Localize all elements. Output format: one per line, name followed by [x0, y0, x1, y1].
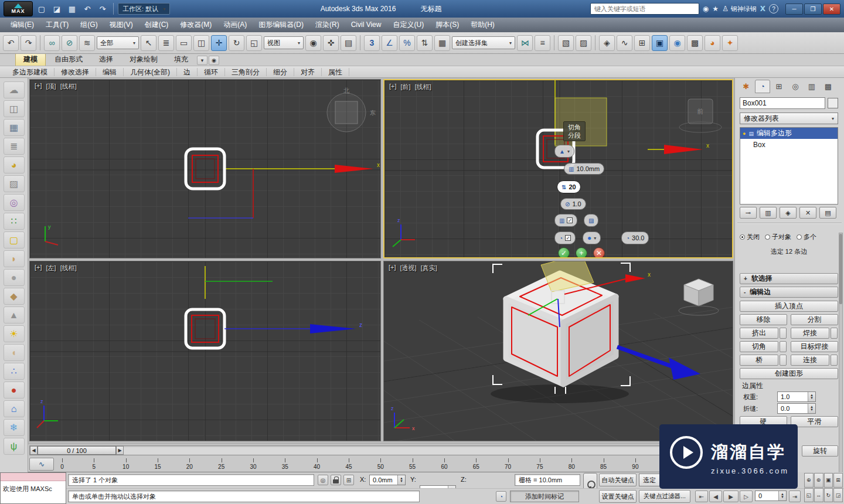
split-button[interactable]: 分割: [791, 314, 838, 325]
caddy-smooth-toggle[interactable]: ◔ ✓: [554, 231, 576, 244]
select-and-manipulate-button[interactable]: ✜: [323, 35, 339, 51]
tab-motion[interactable]: ◎: [788, 80, 803, 93]
caddy-open-toggle[interactable]: ▥ ✓: [554, 214, 577, 227]
viewport-menu-general[interactable]: [+]: [389, 83, 397, 91]
crease-spinner[interactable]: 0.0 ▲▼: [777, 403, 816, 414]
viewport-left[interactable]: [+] [左] [线框] z z: [29, 261, 381, 441]
viewport-perspective[interactable]: [+] [透视] [真实]: [383, 261, 733, 441]
panel-scrollbar-thumb[interactable]: [839, 234, 842, 304]
ribbon-panel-subdivision[interactable]: 细分: [267, 68, 294, 76]
rendered-frame-window-button[interactable]: ▣: [652, 35, 668, 51]
zoom-region-button[interactable]: ◱: [804, 488, 814, 503]
panel-splitter[interactable]: [737, 223, 842, 224]
remove-button[interactable]: 移除: [740, 314, 787, 325]
maxscript-mini-listener[interactable]: 欢迎使用 MAXSc: [0, 472, 66, 504]
preview-off-radio[interactable]: 关闭: [740, 233, 760, 241]
tab-modify[interactable]: ◔: [755, 80, 770, 93]
named-selection-set-dropdown[interactable]: 创建选择集 ▾: [452, 36, 515, 49]
ribbon-minimize-icon[interactable]: ▾: [197, 56, 207, 65]
zoom-button[interactable]: ⊕: [804, 473, 814, 488]
spinner-arrows-icon[interactable]: ▲▼: [808, 392, 815, 401]
make-unique-button[interactable]: ◈: [780, 207, 797, 219]
caddy-tension-spinner[interactable]: ⊘ 1.0: [560, 198, 586, 210]
ribbon-panel-geometry-all[interactable]: 几何体(全部): [124, 68, 177, 76]
pin-stack-button[interactable]: ⊸: [740, 207, 757, 219]
ribbon-tab-modeling[interactable]: 建模: [15, 53, 46, 66]
object-color-swatch[interactable]: [828, 98, 838, 108]
viewport-menu-view[interactable]: [顶]: [46, 82, 56, 91]
bind-to-space-warp-button[interactable]: ≋: [79, 35, 95, 51]
connect-settings-button[interactable]: [831, 355, 838, 366]
close-button[interactable]: ✕: [823, 4, 840, 15]
panel-scrollbar[interactable]: [839, 233, 843, 479]
render-setup-button[interactable]: ▩: [687, 35, 703, 51]
left-tool-icon-18[interactable]: ⌂: [4, 400, 25, 417]
chamfer-button[interactable]: 切角: [740, 341, 778, 352]
ribbon-panel-polygon-modeling[interactable]: 多边形建模: [6, 68, 55, 76]
graphite-ribbon-toggle[interactable]: ◈: [599, 35, 615, 51]
current-time-field[interactable]: 0 ▲▼: [755, 491, 787, 501]
caddy-ok-button[interactable]: ✓: [558, 247, 570, 258]
left-tool-icon-8[interactable]: ∷: [4, 213, 25, 230]
rollout-soft-selection[interactable]: + 软选择: [740, 273, 838, 284]
viewport-menu-general[interactable]: [+]: [389, 264, 396, 273]
caddy-apply-button[interactable]: +: [576, 247, 587, 258]
viewport-menu-view[interactable]: [前]: [401, 83, 411, 91]
caddy-threshold-spinner[interactable]: ◔ 30.0: [621, 231, 649, 244]
modifier-list-dropdown[interactable]: 修改器列表 ▾: [740, 113, 838, 124]
viewport-front[interactable]: [+] [前] [线框] x 前 z: [383, 79, 733, 258]
tab-display[interactable]: ▥: [804, 80, 819, 93]
open-file-icon[interactable]: ◪: [50, 2, 63, 15]
viewport-menu-shading[interactable]: [线框]: [60, 82, 77, 91]
go-to-end-button[interactable]: ⇥: [789, 491, 801, 502]
left-tool-icon-16[interactable]: ∴: [4, 363, 25, 380]
key-filters-button[interactable]: 关键点过滤器...: [639, 490, 690, 503]
ribbon-tab-object-paint[interactable]: 对象绘制: [122, 53, 165, 66]
viewport-perspective-canvas[interactable]: x z x: [384, 261, 733, 441]
turn-button[interactable]: 旋转: [802, 445, 838, 457]
viewport-menu-general[interactable]: [+]: [35, 82, 42, 91]
curve-editor-button[interactable]: ∿: [617, 35, 632, 51]
zoom-all-button[interactable]: ⊛: [814, 473, 823, 488]
schematic-view-button[interactable]: ⊞: [634, 35, 650, 51]
select-and-link-button[interactable]: ∞: [44, 35, 60, 51]
target-weld-button[interactable]: 目标焊接: [791, 341, 838, 352]
track-bar[interactable]: ∿ 0 5 10 15 20 25 30 35 40 45 50 55 60 6…: [28, 457, 734, 472]
tab-utilities[interactable]: ▩: [821, 80, 836, 93]
next-frame-arrow[interactable]: ▶: [116, 446, 124, 455]
extrude-settings-button[interactable]: [780, 328, 787, 339]
caddy-chamfer-type-dropdown[interactable]: ▲ ▾: [554, 145, 574, 158]
spinner-arrows-icon[interactable]: ▲▼: [397, 475, 405, 485]
angle-snap-toggle[interactable]: ∠: [382, 35, 397, 51]
menu-animation[interactable]: 动画(A): [217, 18, 253, 32]
menu-tools[interactable]: 工具(T): [40, 18, 74, 32]
viewport-menu-shading[interactable]: [真实]: [421, 264, 437, 273]
modifier-stack-row-edit-poly[interactable]: ● ▤ 编辑多边形: [740, 128, 838, 139]
add-time-tag-field[interactable]: 添加时间标记: [510, 491, 579, 502]
left-tool-icon-5[interactable]: ◕: [4, 156, 25, 173]
preview-multi-radio[interactable]: 多个: [797, 233, 816, 241]
viewport-menu-shading[interactable]: [线框]: [415, 83, 431, 91]
left-tool-icon-7[interactable]: ◎: [4, 194, 25, 211]
undo-button[interactable]: ↶: [3, 35, 19, 51]
redo-button[interactable]: ↷: [21, 35, 36, 51]
viewport-menu-general[interactable]: [+]: [35, 264, 42, 273]
restore-button[interactable]: ❐: [804, 4, 822, 15]
smooth-button[interactable]: 平滑: [791, 416, 838, 427]
left-tool-icon-11[interactable]: ●: [4, 269, 25, 286]
viewport-menu-shading[interactable]: [线框]: [60, 264, 77, 273]
left-tool-icon-4[interactable]: ≣: [4, 138, 25, 155]
percent-snap-toggle[interactable]: %: [399, 35, 415, 51]
ribbon-config-icon[interactable]: ◉: [209, 56, 219, 65]
show-end-result-button[interactable]: ▥: [760, 207, 777, 219]
viewport-top[interactable]: [+] [顶] [线框] 北 东 x y: [29, 79, 381, 258]
menu-modifiers[interactable]: 修改器(M): [174, 18, 217, 32]
create-shape-button[interactable]: 创建图形: [740, 368, 838, 379]
workspace-selector[interactable]: 工作区: 默认 ▾: [118, 3, 170, 15]
left-tool-icon-13[interactable]: ▲: [4, 307, 25, 323]
render-production-button[interactable]: ◕: [705, 35, 720, 51]
left-tool-icon-20[interactable]: ψ: [4, 438, 25, 455]
bridge-settings-button[interactable]: [780, 355, 787, 366]
toggle-scene-explorer-button[interactable]: ▧: [558, 35, 574, 51]
menu-customize[interactable]: 自定义(U): [387, 18, 430, 32]
